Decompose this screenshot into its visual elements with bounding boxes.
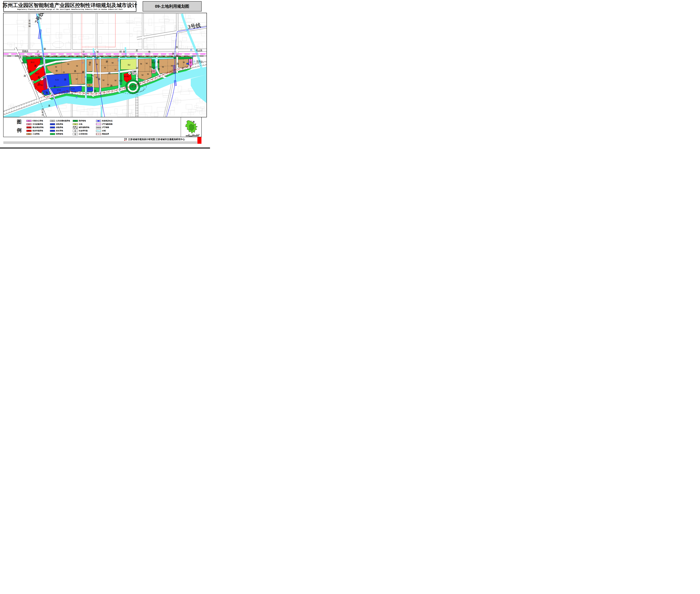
legend-item: M工业用地 [27, 133, 39, 135]
main-title: 苏州工业园区智能制造产业园区控制性详细规划及城市设计 [2, 3, 137, 8]
legend-swatch: U21 [50, 130, 55, 132]
map-label: U14 [43, 91, 47, 93]
plan-sheet: 沪宁城际铁路沪宁扬帆路扬经华中路扬扬路路豪扬清扬绣明富路路星港街经二路跨阳路经苏… [0, 0, 210, 148]
map-label: M [76, 78, 78, 80]
map-label: 杭 [41, 111, 44, 113]
map-label: 港 [136, 67, 138, 69]
map-label: 街 [137, 82, 139, 85]
legend-swatch: A1 [27, 120, 32, 122]
legend-swatch: Bd [73, 123, 78, 125]
legend-symbol-pcircle: P [73, 130, 78, 132]
map-label: 路 [158, 68, 160, 70]
sheet-title: 09-土地利用规划图 [155, 4, 189, 9]
scale-tick-50: 50 [188, 134, 190, 135]
dashuijing-channel [119, 59, 120, 93]
parcel-m-d1 [94, 59, 100, 72]
map-label: G12 [152, 62, 155, 64]
legend-label: 供热用地 [56, 126, 63, 129]
map-label: M [89, 64, 91, 66]
map-label: 凰 [191, 55, 194, 58]
map-label: M [88, 84, 90, 86]
map-label: 相 [29, 23, 31, 25]
map-label: M [162, 66, 164, 68]
map-label: M [67, 63, 69, 65]
legend-label: 公交首末站 [79, 133, 88, 135]
map-label: 城 [96, 51, 99, 53]
footer-gray-bar [3, 141, 197, 144]
map-label: M [141, 74, 144, 76]
red-corner-block [197, 137, 201, 144]
map-label: M [96, 63, 98, 66]
map-label: M [76, 65, 78, 67]
map-label: 扬 [54, 85, 56, 88]
map-label: Bd [128, 64, 130, 66]
map-label: 高 [42, 93, 44, 95]
legend-swatch: U14 [50, 127, 55, 128]
legend-label: 轨道线及站点 [102, 120, 113, 122]
legend-label: 文化设施用地 [32, 123, 43, 125]
map-label: 娄 [75, 96, 78, 99]
map-label: 路 [24, 75, 26, 77]
legend-item: B12批发市场用地 [27, 130, 43, 132]
parcel-m-e1 [94, 74, 100, 88]
legend-swatch: G1c [50, 133, 55, 135]
map-label: 娄 [71, 92, 73, 95]
legend-label: 沪宁铁路 [102, 126, 109, 129]
legend-label: 工业用地 [32, 133, 39, 135]
map-label: M [183, 61, 185, 63]
attribution-text: 江苏省城市规划设计研究院 江苏省城市交通规划研究中心 [128, 138, 185, 141]
sheet-title-box: 09-土地利用规划图 [142, 1, 201, 11]
map-label: P [41, 78, 42, 80]
scale-bar: 50 150 250M [186, 134, 200, 136]
legend-swatch: U12 [50, 123, 55, 125]
legend-label: 行政办公用地 [32, 120, 43, 122]
map-label: 经 [120, 50, 122, 53]
map-label: 速 [48, 104, 51, 107]
legend-label: 排水用地 [56, 130, 63, 132]
map-label: 路 [94, 90, 96, 92]
map-label: B1/B2 [37, 84, 43, 86]
map-label: 宁 [83, 54, 85, 57]
legend-label: 城市道路用地 [79, 126, 89, 129]
legend-label: 沪宁城际铁路 [102, 123, 113, 125]
legend-label: 规划边界 [102, 133, 109, 135]
map-label: 至上海 [196, 49, 202, 51]
legend-symbol-road [73, 126, 78, 129]
map-label: 路 [74, 70, 76, 72]
map-label: 江 [158, 75, 161, 77]
map-label: M [140, 63, 142, 65]
map-label: 至 [29, 20, 31, 22]
legend-heading: 图 [17, 119, 22, 125]
map-label: 路 [177, 62, 179, 65]
legend-symbol-water [96, 130, 101, 132]
map-label: B1/B2 [124, 75, 129, 77]
map-label: B12 [35, 72, 39, 75]
map-label: 清 [96, 57, 98, 60]
jp-logo [124, 138, 127, 141]
legend-swatch: G2 [73, 120, 78, 122]
map-label: 跨 [176, 46, 178, 48]
map-label: A2 [153, 70, 155, 72]
legend-swatch: B1/B2 [27, 127, 32, 128]
map-label: M [146, 62, 148, 65]
legend-label: 社会停车场 [79, 130, 88, 132]
map-label: 经 [157, 61, 159, 64]
map-label: 扬 [34, 64, 37, 67]
subtitle: Regulatory Planning and Urban Design of … [17, 8, 123, 10]
legend-label: 白地 [79, 123, 82, 125]
legend-label: 街旁绿地 [56, 133, 63, 135]
legend-swatch: M [27, 133, 32, 135]
legend-item: U12供电用地 [50, 123, 63, 125]
map-label: 凤 [190, 49, 192, 52]
map-label: 水 [118, 70, 120, 72]
legend-item: S41公共交通站场用地 [50, 120, 70, 122]
map-label: 扬 [43, 47, 46, 50]
map-label: 至昆山 [196, 60, 202, 62]
map-label: 宁 [83, 51, 85, 53]
compass-rose: N [186, 120, 197, 133]
map-label: 大 [153, 72, 156, 75]
map-label: M [112, 62, 114, 64]
map-label: M [147, 73, 149, 75]
legend-label: 防护绿地 [79, 120, 86, 122]
title-block: 苏州工业园区智能制造产业园区控制性详细规划及城市设计 Regulatory Pl… [3, 1, 136, 12]
